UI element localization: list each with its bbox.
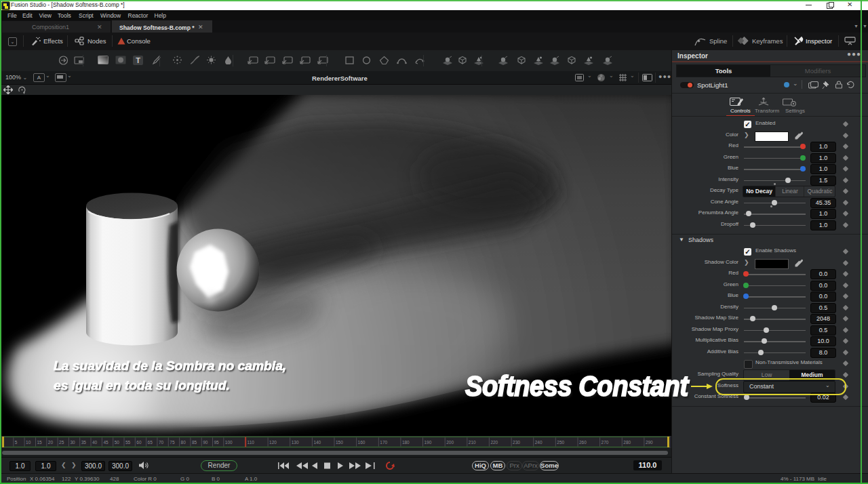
svg-text:65: 65 <box>148 440 153 445</box>
svg-text:150: 150 <box>336 440 343 445</box>
svg-text:140: 140 <box>313 440 321 445</box>
svg-text:75: 75 <box>170 440 175 445</box>
svg-text:120: 120 <box>269 440 277 445</box>
svg-text:130: 130 <box>292 440 299 445</box>
svg-text:210: 210 <box>469 440 476 445</box>
svg-text:230: 230 <box>513 440 520 445</box>
svg-text:220: 220 <box>490 440 498 445</box>
svg-text:180: 180 <box>402 440 410 445</box>
svg-text:50: 50 <box>115 440 120 445</box>
svg-text:290: 290 <box>646 440 653 445</box>
svg-text:15: 15 <box>37 440 43 445</box>
svg-text:85: 85 <box>192 440 197 445</box>
svg-text:170: 170 <box>380 440 387 445</box>
svg-text:270: 270 <box>601 440 609 445</box>
svg-text:95: 95 <box>214 440 220 445</box>
svg-text:90: 90 <box>203 440 208 445</box>
svg-text:5: 5 <box>15 440 18 445</box>
svg-text:240: 240 <box>535 440 542 445</box>
svg-text:200: 200 <box>446 440 454 445</box>
svg-text:190: 190 <box>425 440 432 445</box>
svg-text:20: 20 <box>48 440 54 445</box>
svg-text:45: 45 <box>103 440 108 445</box>
svg-text:110: 110 <box>248 440 255 445</box>
svg-text:70: 70 <box>159 440 164 445</box>
svg-text:100: 100 <box>225 440 233 445</box>
svg-text:10: 10 <box>26 440 31 445</box>
svg-text:160: 160 <box>358 440 366 445</box>
svg-text:60: 60 <box>136 440 142 445</box>
svg-text:80: 80 <box>181 440 186 445</box>
svg-text:280: 280 <box>623 440 631 445</box>
svg-text:250: 250 <box>557 440 564 445</box>
svg-text:260: 260 <box>579 440 587 445</box>
svg-text:55: 55 <box>125 440 131 445</box>
svg-text:30: 30 <box>70 440 75 445</box>
svg-text:25: 25 <box>59 440 64 445</box>
svg-text:40: 40 <box>92 440 98 445</box>
svg-text:35: 35 <box>81 440 87 445</box>
